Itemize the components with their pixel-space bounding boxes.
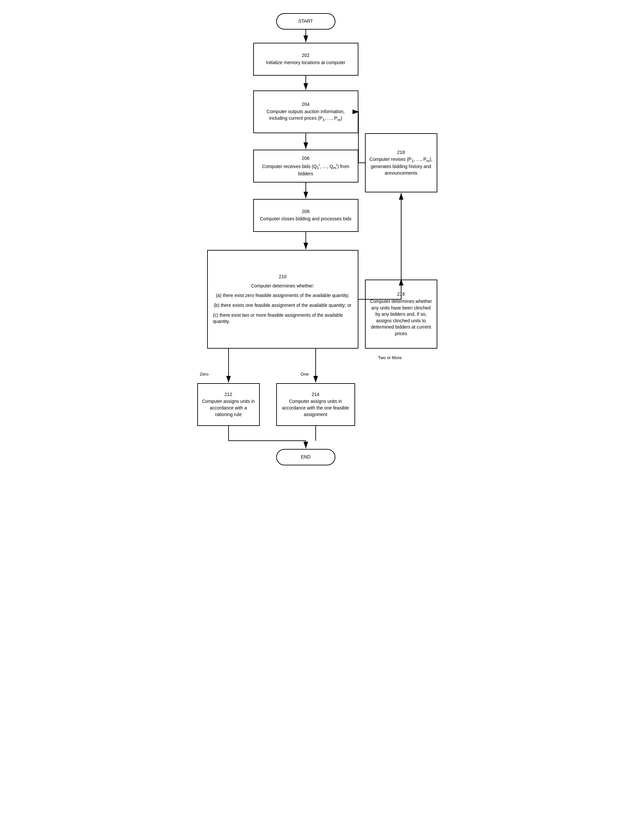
start-label: START <box>298 18 313 25</box>
flowchart-container: START 202 Initialize memory locations at… <box>188 6 444 796</box>
node-206: 206 Computer receives bids (Q1i, …, Qmi)… <box>253 150 358 183</box>
node-218-number: 218 <box>397 149 405 156</box>
node-212-label: Computer assigns units in accordance wit… <box>202 398 255 418</box>
two-or-more-label: Two or More <box>378 355 402 360</box>
node-210-b: (b) there exists one feasible assignment… <box>214 302 352 309</box>
end-node: END <box>276 449 335 466</box>
node-208: 208 Computer closes bidding and processe… <box>253 199 358 232</box>
node-204-label: Computer outputs auction information, in… <box>258 109 354 122</box>
node-208-number: 208 <box>302 208 309 215</box>
node-214-label: Computer assigns units in accordance wit… <box>281 398 350 418</box>
node-218: 218 Computer revises (P1, …, Pm), genera… <box>365 133 437 193</box>
node-202-label: Initialize memory locations at computer <box>266 60 345 66</box>
node-218-label: Computer revises (P1, …, Pm), generates … <box>369 156 433 176</box>
one-label: One <box>301 372 309 377</box>
node-212-number: 212 <box>225 392 232 398</box>
node-206-number: 206 <box>302 155 309 162</box>
node-214-number: 214 <box>312 392 319 398</box>
end-label: END <box>301 454 311 461</box>
node-208-label: Computer closes bidding and processes bi… <box>260 216 352 222</box>
node-210: 210 Computer determines whether: (a) the… <box>207 250 358 349</box>
node-210-a: (a) there exist zero feasible assignment… <box>216 292 349 299</box>
zero-label: Zero <box>200 372 209 377</box>
node-216-label: Computer determines whether any units ha… <box>369 298 433 337</box>
node-206-label: Computer receives bids (Q1i, …, Qmi) fro… <box>258 162 354 177</box>
node-210-c: (c) there exist two or more feasible ass… <box>213 312 352 325</box>
node-204-number: 204 <box>302 101 309 108</box>
node-210-label: Computer determines whether: <box>251 283 314 289</box>
node-202: 202 Initialize memory locations at compu… <box>253 43 358 76</box>
node-210-number: 210 <box>279 274 286 280</box>
node-204: 204 Computer outputs auction information… <box>253 90 358 133</box>
node-202-number: 202 <box>302 52 309 59</box>
node-212: 212 Computer assigns units in accordance… <box>197 383 260 426</box>
node-214: 214 Computer assigns units in accordance… <box>276 383 355 426</box>
node-216-number: 216 <box>397 291 405 298</box>
start-node: START <box>276 13 335 30</box>
node-216: 216 Computer determines whether any unit… <box>365 279 437 349</box>
